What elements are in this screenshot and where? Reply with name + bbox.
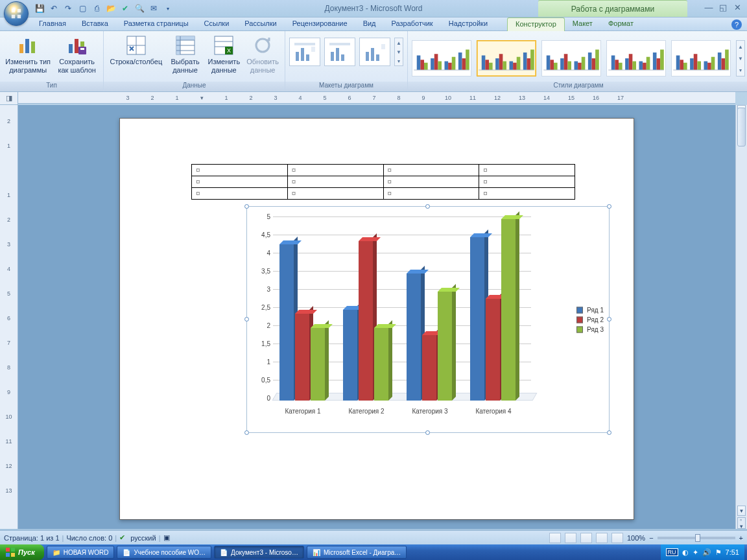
office-button[interactable] (4, 1, 29, 26)
qat-preview-icon[interactable]: 🔍 (134, 3, 145, 14)
bar[interactable] (359, 241, 373, 401)
bar[interactable] (343, 310, 357, 401)
status-proof-icon[interactable]: ✔ (119, 533, 125, 542)
minimize-button[interactable]: — (703, 2, 715, 12)
document-area[interactable]: ¤¤¤¤¤¤¤¤¤¤¤¤ 00,511,522,533,544,55Катего… (18, 105, 735, 529)
tab-developer[interactable]: Разработчик (384, 18, 441, 30)
bar[interactable] (295, 314, 309, 401)
help-icon[interactable]: ? (731, 19, 742, 30)
status-words[interactable]: Число слов: 0 (66, 534, 112, 542)
tray-icon-2[interactable]: ✦ (693, 548, 698, 557)
close-button[interactable]: ✕ (731, 2, 743, 12)
chart-plot-area[interactable]: 00,511,522,533,544,55Категория 1Категори… (273, 216, 531, 401)
doc-table[interactable]: ¤¤¤¤¤¤¤¤¤¤¤¤ (191, 164, 575, 200)
tray-icon-3[interactable]: 🔊 (702, 548, 711, 557)
scroll-thumb[interactable] (737, 108, 746, 146)
view-draft-button[interactable] (611, 533, 623, 543)
chart-legend[interactable]: Ряд 1Ряд 2Ряд 3 (576, 304, 604, 336)
table-cell[interactable]: ¤ (479, 188, 575, 200)
status-page[interactable]: Страница: 1 из 1 (4, 534, 60, 542)
qat-new-icon[interactable]: ▢ (77, 3, 88, 14)
view-fullscreen-button[interactable] (565, 533, 576, 543)
table-cell[interactable]: ¤ (192, 188, 288, 200)
zoom-value[interactable]: 100% (627, 534, 645, 542)
status-macro-icon[interactable]: ▣ (163, 533, 170, 542)
bar[interactable] (311, 328, 325, 401)
tab-references[interactable]: Ссылки (196, 18, 237, 30)
qat-undo-icon[interactable]: ↶ (48, 3, 60, 14)
view-weblayout-button[interactable] (580, 533, 592, 543)
qat-save-icon[interactable]: 💾 (34, 3, 45, 14)
chart-style-thumb-4[interactable] (606, 40, 666, 76)
bar[interactable] (422, 335, 436, 401)
ruler-corner[interactable]: ◨ (0, 92, 18, 105)
legend-item[interactable]: Ряд 2 (576, 316, 604, 323)
taskbar-item[interactable]: 📄Учебное пособие WO… (117, 546, 211, 559)
taskbar-item[interactable]: 📊Microsoft Excel - Диагра… (307, 546, 407, 559)
tab-pagelayout[interactable]: Разметка страницы (116, 18, 196, 30)
table-cell[interactable]: ¤ (383, 165, 479, 176)
chart-style-thumb-2[interactable] (477, 40, 536, 76)
chart-object[interactable]: 00,511,522,533,544,55Категория 1Категори… (246, 206, 610, 433)
tray-clock[interactable]: 7:51 (726, 548, 739, 556)
legend-item[interactable]: Ряд 1 (576, 307, 604, 314)
tab-addins[interactable]: Надстройки (441, 18, 495, 30)
chart-layout-thumb-1[interactable] (289, 38, 320, 66)
table-cell[interactable]: ¤ (287, 176, 383, 188)
save-as-template-button[interactable]: Сохранить как шаблон (54, 34, 99, 74)
tab-view[interactable]: Вид (355, 18, 384, 30)
chart-styles-more-button[interactable]: ▲▼▾ (736, 40, 745, 76)
status-language[interactable]: русский (130, 534, 156, 542)
table-cell[interactable]: ¤ (479, 165, 575, 176)
system-tray[interactable]: RU ◐ ✦ 🔊 ⚑ 7:51 (661, 544, 744, 560)
bar[interactable] (438, 292, 452, 401)
switch-row-column-button[interactable]: Строка/столбец (108, 34, 165, 66)
bar[interactable] (374, 328, 388, 401)
qat-print-icon[interactable]: ⎙ (91, 3, 102, 14)
qat-redo-icon[interactable]: ↷ (62, 3, 74, 14)
bar[interactable] (470, 237, 484, 401)
chart-layouts-more-button[interactable]: ▲▼▾ (394, 38, 403, 66)
bar[interactable] (486, 299, 500, 401)
select-data-button[interactable]: Выбрать данные (167, 34, 204, 74)
restore-button[interactable]: ◱ (717, 2, 729, 12)
tray-icon-4[interactable]: ⚑ (715, 548, 722, 557)
bar[interactable] (279, 244, 294, 401)
table-cell[interactable]: ¤ (287, 165, 383, 176)
ruler-vertical[interactable]: 2112345678910111213 (0, 105, 18, 529)
chart-layout-thumb-2[interactable] (324, 38, 355, 66)
table-cell[interactable]: ¤ (383, 176, 479, 188)
chart-style-thumb-1[interactable] (412, 40, 471, 76)
zoom-slider[interactable] (658, 537, 735, 539)
vertical-scrollbar[interactable]: ▲ ▼ ◦▾ (735, 105, 747, 529)
tab-review[interactable]: Рецензирование (285, 18, 355, 30)
qat-open-icon[interactable]: 📂 (105, 3, 117, 14)
taskbar-item[interactable]: 📄Документ3 - Microso… (214, 546, 304, 559)
qat-spelling-icon[interactable]: ✔ (119, 3, 131, 14)
table-cell[interactable]: ¤ (479, 176, 575, 188)
ruler-horizontal[interactable]: 321 ▾ 1234 5678 9101112 13141516 17 (18, 92, 735, 104)
table-cell[interactable]: ¤ (192, 176, 288, 188)
chart-layout-thumb-3[interactable] (359, 38, 390, 66)
view-printlayout-button[interactable] (549, 533, 561, 543)
qat-mail-icon[interactable]: ✉ (148, 3, 160, 14)
bar[interactable] (501, 219, 516, 401)
change-chart-type-button[interactable]: Изменить тип диаграммы (4, 34, 52, 74)
taskbar-item[interactable]: 📁НОВАЯ WORD (47, 546, 115, 559)
table-cell[interactable]: ¤ (383, 188, 479, 200)
table-cell[interactable]: ¤ (287, 188, 383, 200)
page-nav-buttons[interactable]: ◦▾ (737, 517, 746, 529)
tab-insert[interactable]: Вставка (74, 18, 116, 30)
chart-style-thumb-3[interactable] (541, 40, 601, 76)
start-button[interactable]: Пуск (0, 544, 44, 560)
tab-design[interactable]: Конструктор (507, 18, 565, 31)
edit-data-button[interactable]: X Изменить данные (206, 34, 242, 74)
tray-icon-1[interactable]: ◐ (682, 548, 689, 557)
zoom-in-button[interactable]: + (739, 534, 743, 542)
tab-layout[interactable]: Макет (565, 18, 600, 30)
legend-item[interactable]: Ряд 3 (576, 326, 604, 333)
tab-mailings[interactable]: Рассылки (237, 18, 284, 30)
zoom-out-button[interactable]: − (649, 534, 653, 542)
scroll-down-icon[interactable]: ▼ (737, 506, 746, 516)
view-outline-button[interactable] (596, 533, 608, 543)
